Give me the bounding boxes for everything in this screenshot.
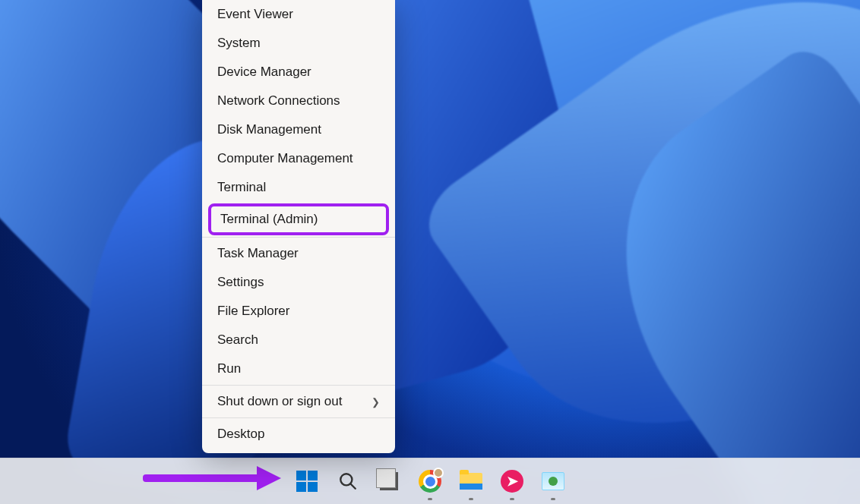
taskbar-app-file-explorer[interactable] [455, 465, 487, 497]
menu-item-task-manager[interactable]: Task Manager [202, 239, 395, 268]
desktop-wallpaper [0, 0, 860, 504]
arrow-right-circle-icon: ➤ [501, 470, 523, 493]
task-view-button[interactable] [373, 465, 405, 497]
menu-item-terminal-admin-highlight: Terminal (Admin) [208, 203, 389, 235]
winx-power-menu: Event Viewer System Device Manager Netwo… [202, 0, 395, 453]
menu-item-system[interactable]: System [202, 29, 395, 58]
start-button[interactable] [291, 465, 323, 497]
menu-item-device-manager[interactable]: Device Manager [202, 58, 395, 87]
menu-item-network-connections[interactable]: Network Connections [202, 87, 395, 115]
chrome-icon [419, 470, 441, 493]
windows-logo-icon [296, 471, 318, 492]
taskbar-search-button[interactable] [332, 465, 364, 497]
menu-item-settings[interactable]: Settings [202, 268, 395, 297]
menu-item-search[interactable]: Search [202, 326, 395, 354]
menu-item-desktop[interactable]: Desktop [202, 420, 395, 449]
task-view-icon [380, 472, 398, 490]
menu-item-event-viewer[interactable]: Event Viewer [202, 0, 395, 29]
menu-item-shutdown[interactable]: Shut down or sign out ❯ [202, 387, 395, 416]
menu-item-run[interactable]: Run [202, 354, 395, 383]
taskbar-app-chrome[interactable] [414, 465, 446, 497]
menu-item-disk-management[interactable]: Disk Management [202, 115, 395, 144]
menu-item-file-explorer[interactable]: File Explorer [202, 297, 395, 326]
menu-item-terminal[interactable]: Terminal [202, 173, 395, 202]
menu-item-computer-management[interactable]: Computer Management [202, 144, 395, 173]
folder-icon [460, 473, 482, 490]
taskbar-app-recorder[interactable]: ➤ [496, 465, 528, 497]
control-panel-icon [542, 472, 564, 490]
taskbar-app-control-panel[interactable] [537, 465, 569, 497]
chevron-right-icon: ❯ [372, 396, 380, 408]
taskbar: ➤ [0, 458, 860, 504]
search-icon [338, 471, 358, 491]
svg-line-1 [350, 484, 356, 489]
menu-separator [202, 237, 395, 238]
profile-avatar-badge [433, 468, 444, 478]
menu-item-terminal-admin[interactable]: Terminal (Admin) [211, 206, 386, 232]
menu-separator [202, 417, 395, 418]
menu-separator [202, 385, 395, 386]
